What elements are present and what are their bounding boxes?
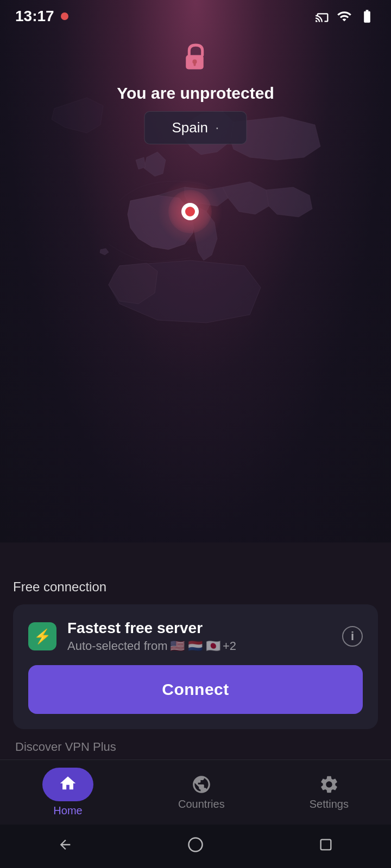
- cast-icon: [315, 9, 330, 24]
- back-button[interactable]: [58, 837, 73, 856]
- bottom-content-area: Free connection ⚡ Fastest free server Au…: [0, 579, 391, 754]
- settings-icon: [319, 774, 339, 795]
- server-lightning-icon: ⚡: [28, 622, 56, 650]
- countries-icon: [191, 774, 212, 795]
- server-card: ⚡ Fastest free server Auto-selected from…: [13, 604, 378, 729]
- bottom-navigation: Home Countries Settings: [0, 760, 391, 825]
- connect-button[interactable]: Connect: [28, 665, 363, 714]
- extra-count: +2: [223, 639, 236, 653]
- nav-item-settings[interactable]: Settings: [310, 774, 349, 810]
- wifi-icon: [337, 9, 352, 24]
- nav-label-home: Home: [53, 805, 82, 817]
- notification-dot: [61, 12, 68, 20]
- recents-button[interactable]: [318, 837, 333, 856]
- nav-item-countries[interactable]: Countries: [178, 774, 225, 810]
- system-nav-bar: [0, 825, 391, 868]
- free-connection-label: Free connection: [13, 579, 378, 595]
- status-bar: 13:17: [0, 0, 391, 33]
- subtitle-text: Auto-selected from: [67, 639, 168, 653]
- server-info: ⚡ Fastest free server Auto-selected from…: [28, 620, 236, 653]
- svg-rect-2: [193, 62, 195, 66]
- server-text: Fastest free server Auto-selected from 🇺…: [67, 620, 236, 653]
- home-icon-wrap: [42, 768, 93, 801]
- server-flags: 🇺🇸 🇳🇱 🇯🇵: [170, 639, 220, 653]
- home-icon: [59, 774, 77, 793]
- svg-point-3: [188, 838, 202, 852]
- discover-vpn-plus[interactable]: Discover VPN Plus: [13, 740, 378, 754]
- location-display[interactable]: Spain: [144, 111, 247, 144]
- status-icons: [315, 9, 376, 24]
- battery-icon: [358, 9, 376, 24]
- lock-icon-container: [176, 38, 215, 76]
- nav-item-home[interactable]: Home: [42, 768, 93, 817]
- svg-rect-4: [321, 840, 331, 850]
- server-title: Fastest free server: [67, 620, 236, 637]
- status-time: 13:17: [15, 8, 54, 25]
- system-home-button[interactable]: [187, 837, 204, 856]
- unprotected-status: You are unprotected: [117, 84, 274, 103]
- world-map-svg: [0, 0, 391, 542]
- server-subtitle: Auto-selected from 🇺🇸 🇳🇱 🇯🇵 +2: [67, 639, 236, 653]
- nav-label-settings: Settings: [310, 798, 349, 810]
- map-background: [0, 0, 391, 542]
- lock-icon: [176, 38, 215, 76]
- nav-label-countries: Countries: [178, 798, 225, 810]
- server-card-top: ⚡ Fastest free server Auto-selected from…: [28, 620, 363, 653]
- map-location-dot: [181, 203, 199, 220]
- info-button[interactable]: i: [342, 626, 363, 647]
- location-text: Spain: [172, 119, 209, 136]
- center-dot: [181, 203, 199, 220]
